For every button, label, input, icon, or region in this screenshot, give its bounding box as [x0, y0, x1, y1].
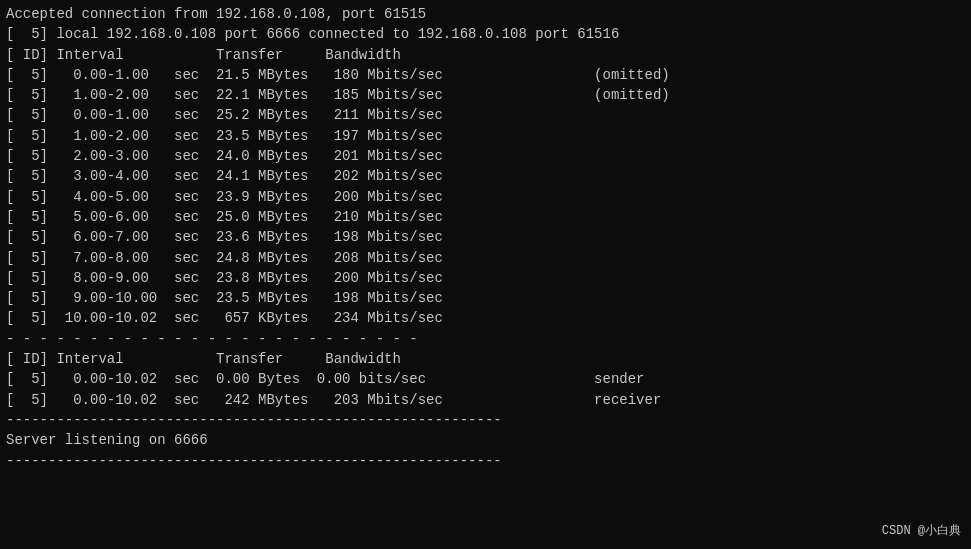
line-r2: [ 5] 1.00-2.00 sec 22.1 MBytes 185 Mbits… [6, 85, 965, 105]
line-sep1: - - - - - - - - - - - - - - - - - - - - … [6, 329, 965, 349]
line-sep3: ----------------------------------------… [6, 451, 965, 471]
line-r8: [ 5] 5.00-6.00 sec 25.0 MBytes 210 Mbits… [6, 207, 965, 227]
line-r3: [ 5] 0.00-1.00 sec 25.2 MBytes 211 Mbits… [6, 105, 965, 125]
line-r10: [ 5] 7.00-8.00 sec 24.8 MBytes 208 Mbits… [6, 248, 965, 268]
line-s2: [ 5] 0.00-10.02 sec 242 MBytes 203 Mbits… [6, 390, 965, 410]
line-r5: [ 5] 2.00-3.00 sec 24.0 MBytes 201 Mbits… [6, 146, 965, 166]
line-r1: [ 5] 0.00-1.00 sec 21.5 MBytes 180 Mbits… [6, 65, 965, 85]
line-r12: [ 5] 9.00-10.00 sec 23.5 MBytes 198 Mbit… [6, 288, 965, 308]
line-r4: [ 5] 1.00-2.00 sec 23.5 MBytes 197 Mbits… [6, 126, 965, 146]
line-r11: [ 5] 8.00-9.00 sec 23.8 MBytes 200 Mbits… [6, 268, 965, 288]
line-sep2: ----------------------------------------… [6, 410, 965, 430]
line-s1: [ 5] 0.00-10.02 sec 0.00 Bytes 0.00 bits… [6, 369, 965, 389]
line-local: [ 5] local 192.168.0.108 port 6666 conne… [6, 24, 965, 44]
line-header2: [ ID] Interval Transfer Bandwidth [6, 349, 965, 369]
line-r9: [ 5] 6.00-7.00 sec 23.6 MBytes 198 Mbits… [6, 227, 965, 247]
watermark: CSDN @小白典 [882, 522, 961, 539]
line-r13: [ 5] 10.00-10.02 sec 657 KBytes 234 Mbit… [6, 308, 965, 328]
line-r7: [ 5] 4.00-5.00 sec 23.9 MBytes 200 Mbits… [6, 187, 965, 207]
line-r6: [ 5] 3.00-4.00 sec 24.1 MBytes 202 Mbits… [6, 166, 965, 186]
terminal-content: Accepted connection from 192.168.0.108, … [6, 4, 965, 471]
line-header1: [ ID] Interval Transfer Bandwidth [6, 45, 965, 65]
line-listening: Server listening on 6666 [6, 430, 965, 450]
line-accepted: Accepted connection from 192.168.0.108, … [6, 4, 965, 24]
terminal-window: Accepted connection from 192.168.0.108, … [0, 0, 971, 549]
